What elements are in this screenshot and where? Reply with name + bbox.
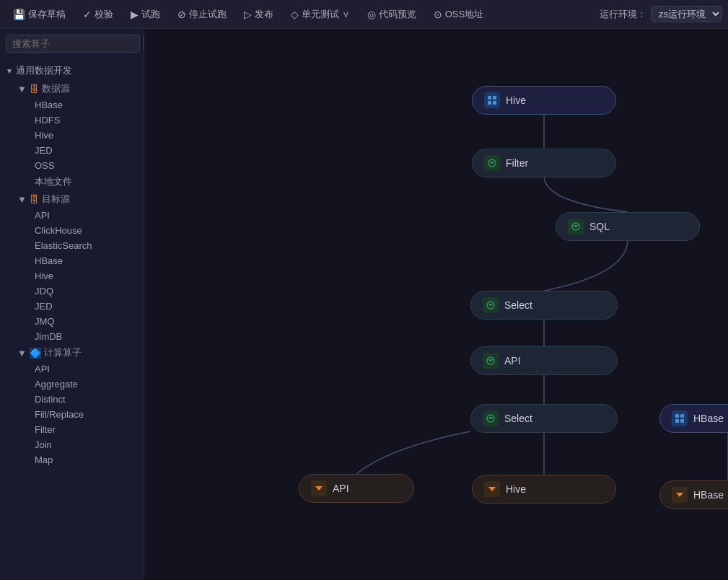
sidebar-item-hive[interactable]: Hive: [12, 128, 144, 143]
sidebar-item-join[interactable]: Join: [12, 437, 144, 452]
hive1-label: Hive: [506, 95, 526, 106]
sql1-label: SQL: [589, 221, 610, 232]
sidebar-item-hdfs[interactable]: HDFS: [12, 113, 144, 128]
sidebar-subgroup-compute: ▼ 🔷 计算算子 API Aggregate Distinct Fill/Rep…: [0, 344, 144, 467]
chevron-down-icon: ▼: [17, 348, 27, 359]
targetsource-items: API ClickHouse ElasticSearch HBase Hive …: [12, 208, 144, 344]
search-bar: 🔍: [0, 29, 144, 58]
sidebar-item-fillreplace[interactable]: Fill/Replace: [12, 407, 144, 422]
sidebar-item-clickhouse[interactable]: ClickHouse: [12, 223, 144, 238]
env-selector: 运行环境： zs运行环境: [600, 6, 722, 22]
select2-label: Select: [504, 413, 532, 424]
filter1-icon: [484, 155, 500, 171]
sidebar-group-general[interactable]: ▼ 通用数据开发: [0, 61, 144, 80]
hbase1-label: HBase: [693, 413, 724, 424]
api2-label: API: [333, 483, 349, 494]
select1-icon: [483, 297, 499, 313]
sidebar: 🔍 ▼ 通用数据开发 ▼ 🗄 数据源 HBase HDFS Hive JE: [0, 29, 144, 580]
node-select2[interactable]: Select: [470, 404, 618, 433]
unit-test-button[interactable]: ◇ 单元测试 ∨: [284, 5, 357, 24]
svg-rect-9: [675, 414, 679, 418]
sidebar-group-label: 通用数据开发: [16, 64, 72, 77]
node-api2[interactable]: API: [299, 474, 414, 503]
database-icon: 🗄: [30, 84, 39, 95]
sidebar-tree: ▼ 通用数据开发 ▼ 🗄 数据源 HBase HDFS Hive JED OSS…: [0, 58, 144, 580]
compute-items: API Aggregate Distinct Fill/Replace Filt…: [12, 361, 144, 467]
chevron-down-icon: ▼: [6, 67, 13, 75]
chevron-down-icon: ▼: [17, 194, 27, 205]
publish-button[interactable]: ▷ 发布: [237, 5, 281, 24]
sidebar-subgroup-targetsource-label[interactable]: ▼ 🗄 目标源: [12, 190, 144, 208]
node-filter1[interactable]: Filter: [472, 149, 616, 177]
sql1-icon: [568, 219, 584, 234]
api2-icon: [311, 480, 327, 496]
env-select[interactable]: zs运行环境: [651, 6, 722, 22]
target-icon: 🗄: [30, 194, 39, 205]
chevron-down-icon: ▼: [17, 84, 27, 95]
sidebar-item-oss[interactable]: OSS: [12, 158, 144, 173]
node-hbase2[interactable]: HBase: [659, 480, 728, 509]
eye-icon: ◎: [367, 9, 376, 20]
canvas-area: Hive Filter SQL: [144, 29, 728, 580]
node-api1[interactable]: API: [470, 346, 618, 375]
sidebar-item-aggregate[interactable]: Aggregate: [12, 377, 144, 392]
node-select1[interactable]: Select: [470, 291, 618, 320]
api1-icon: [483, 353, 499, 369]
hive2-label: Hive: [506, 483, 526, 495]
canvas-connectors: [144, 29, 728, 580]
env-label: 运行环境：: [600, 8, 646, 21]
toolbar: 💾 保存草稿 ✓ 校验 ▶ 试跑 ⊘ 停止试跑 ▷ 发布 ◇ 单元测试 ∨ ◎ …: [0, 0, 728, 29]
select1-label: Select: [504, 299, 532, 311]
svg-rect-10: [680, 414, 684, 418]
sidebar-item-api[interactable]: API: [12, 208, 144, 223]
svg-rect-0: [488, 96, 491, 100]
node-hive1[interactable]: Hive: [472, 86, 616, 115]
validate-button[interactable]: ✓ 校验: [76, 5, 120, 24]
sidebar-item-elasticsearch[interactable]: ElasticSearch: [12, 238, 144, 253]
save-icon: 💾: [13, 9, 25, 20]
sidebar-item-localfile[interactable]: 本地文件: [12, 173, 144, 190]
compute-icon: 🔷: [30, 348, 41, 359]
diamond-icon: ◇: [291, 9, 299, 20]
select2-icon: [483, 410, 499, 426]
sidebar-item-jed2[interactable]: JED: [12, 299, 144, 314]
main-area: 🔍 ▼ 通用数据开发 ▼ 🗄 数据源 HBase HDFS Hive JE: [0, 29, 728, 580]
search-input[interactable]: [6, 35, 140, 53]
sidebar-item-hbase2[interactable]: HBase: [12, 253, 144, 268]
sidebar-item-jed[interactable]: JED: [12, 143, 144, 158]
stop-trial-button[interactable]: ⊘ 停止试跑: [170, 5, 234, 24]
svg-rect-3: [493, 101, 496, 105]
sidebar-item-hbase[interactable]: HBase: [12, 97, 144, 113]
hive2-icon: [484, 481, 500, 497]
play-icon: ▶: [131, 9, 139, 20]
svg-rect-1: [493, 96, 496, 100]
check-icon: ✓: [83, 9, 92, 20]
sidebar-item-jmq[interactable]: JMQ: [12, 314, 144, 329]
code-preview-button[interactable]: ◎ 代码预览: [360, 5, 424, 24]
sidebar-subgroup-datasource-label[interactable]: ▼ 🗄 数据源: [12, 80, 144, 97]
datasource-items: HBase HDFS Hive JED OSS 本地文件: [12, 97, 144, 190]
sidebar-item-map[interactable]: Map: [12, 452, 144, 467]
publish-icon: ▷: [244, 9, 252, 20]
sidebar-item-jdq[interactable]: JDQ: [12, 284, 144, 299]
trial-run-button[interactable]: ▶ 试跑: [123, 5, 167, 24]
sidebar-item-filter[interactable]: Filter: [12, 422, 144, 437]
save-draft-button[interactable]: 💾 保存草稿: [6, 5, 73, 24]
api1-label: API: [504, 355, 521, 366]
sidebar-item-hive2[interactable]: Hive: [12, 268, 144, 284]
svg-rect-11: [675, 419, 679, 423]
hbase2-label: HBase: [693, 489, 724, 501]
sidebar-item-jimdb[interactable]: JimDB: [12, 329, 144, 344]
sidebar-item-distinct[interactable]: Distinct: [12, 392, 144, 407]
hbase1-icon: [672, 410, 688, 426]
node-sql1[interactable]: SQL: [556, 212, 700, 241]
node-hbase1[interactable]: HBase: [659, 404, 728, 433]
svg-rect-12: [680, 419, 684, 423]
node-hive2[interactable]: Hive: [472, 475, 616, 504]
hbase2-icon: [672, 487, 688, 503]
oss-addr-button[interactable]: ⊙ OSS地址: [426, 5, 491, 24]
sidebar-subgroup-datasource: ▼ 🗄 数据源 HBase HDFS Hive JED OSS 本地文件: [0, 80, 144, 190]
stop-icon: ⊘: [177, 9, 186, 20]
sidebar-subgroup-compute-label[interactable]: ▼ 🔷 计算算子: [12, 344, 144, 361]
sidebar-item-compute-api[interactable]: API: [12, 361, 144, 377]
